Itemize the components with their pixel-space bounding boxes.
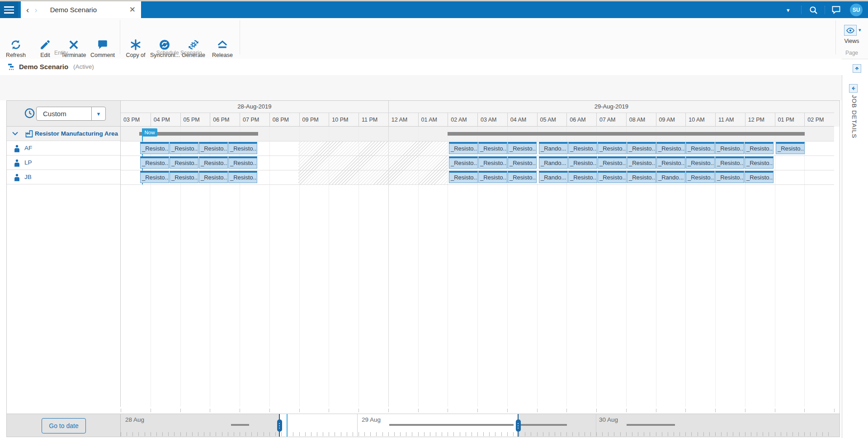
gantt-bar[interactable]: _Resisto... (140, 171, 169, 183)
scenario-tab[interactable]: ‹ › Demo Scenario ✕ (21, 1, 141, 18)
gantt-bar[interactable]: _Resisto... (199, 171, 228, 183)
gantt-bar[interactable]: _Resisto... (745, 171, 774, 183)
gantt-bar[interactable]: _Resisto... (776, 142, 805, 154)
gantt-bar-label: _Resisto... (569, 144, 597, 153)
hamburger-menu-icon[interactable] (0, 1, 18, 18)
gantt-bar[interactable]: _Resisto... (686, 142, 715, 154)
gantt-bar[interactable]: _Resisto... (170, 156, 198, 169)
overview-tick (234, 432, 234, 436)
topbar-separator (801, 6, 802, 14)
overview-tick (525, 432, 525, 436)
grid-line (685, 127, 686, 407)
gantt-bar[interactable]: _Resisto... (715, 171, 744, 183)
gantt-bar[interactable]: _Resisto... (568, 171, 597, 183)
overview-strip[interactable]: 28 Aug29 Aug30 Aug (121, 414, 840, 437)
resource-label: JB (24, 174, 32, 180)
overview-tick (668, 432, 668, 436)
overview-tick (775, 432, 775, 436)
grid-line (299, 127, 300, 407)
gantt-bar[interactable]: _Resisto... (598, 142, 627, 154)
gantt-bar[interactable]: _Resisto... (627, 156, 656, 169)
chevron-down-icon[interactable] (12, 131, 19, 136)
views-caret-icon[interactable]: ▾ (859, 27, 861, 33)
forward-chevron-icon[interactable]: › (32, 5, 40, 14)
overview-tick (828, 432, 829, 436)
overview-segment (520, 424, 567, 426)
row-separator (121, 155, 834, 156)
overview-handle[interactable] (516, 419, 521, 432)
gantt-bar[interactable]: _Resisto... (228, 142, 257, 154)
grid-line (507, 127, 508, 407)
clock-icon (24, 108, 35, 118)
gantt-bar[interactable]: _Resisto... (656, 156, 685, 169)
user-avatar[interactable]: SU (850, 4, 863, 16)
gantt-bar[interactable]: _Resisto... (686, 171, 715, 183)
overview-tick (418, 432, 419, 436)
overview-tick (388, 432, 389, 436)
gantt-bar[interactable]: _Resisto... (228, 171, 257, 183)
topbar-dropdown-caret-icon[interactable]: ▾ (787, 7, 790, 14)
overview-tick (281, 432, 282, 436)
area-row[interactable]: Resistor Manufacturing Area (6, 127, 120, 141)
gantt-bar[interactable]: _Resisto... (508, 142, 537, 154)
gantt-bar[interactable]: _Resisto... (656, 142, 685, 154)
gantt-bar[interactable]: _Resisto... (715, 156, 744, 169)
overview-tick (566, 432, 567, 436)
ruler-tick (240, 409, 240, 412)
gantt-bar[interactable]: _Resisto... (745, 142, 774, 154)
gantt-bar[interactable]: _Resisto... (568, 142, 597, 154)
gantt-bar[interactable]: _Resisto... (449, 171, 478, 183)
overview-tick (614, 432, 614, 436)
gantt-bar[interactable]: _Resisto... (228, 156, 257, 169)
overview-handle[interactable] (277, 419, 282, 432)
tab-close-icon[interactable]: ✕ (129, 6, 136, 14)
gantt-bar[interactable]: _Resisto... (598, 156, 627, 169)
gantt-bar[interactable]: _Resisto... (627, 142, 656, 154)
go-to-date-button[interactable]: Go to date (42, 418, 86, 433)
gantt-bar[interactable]: _Resisto... (478, 142, 507, 154)
collapse-up-button[interactable] (853, 64, 861, 73)
gantt-bar[interactable]: _Resisto... (199, 142, 228, 154)
resource-row[interactable]: JB (6, 170, 120, 184)
gantt-bar[interactable]: _Resisto... (478, 171, 507, 183)
gantt-bar[interactable]: _Rando... (539, 142, 568, 154)
gantt-bar[interactable]: _Resisto... (449, 142, 478, 154)
time-scale-select[interactable]: Custom ▼ (36, 107, 106, 121)
gantt-bar-label: _Resisto... (508, 173, 536, 182)
gantt-bar[interactable]: _Resisto... (568, 156, 597, 169)
gantt-bar[interactable]: _Rando... (539, 156, 568, 169)
overview-tick (501, 432, 502, 436)
overview-tick (222, 432, 222, 436)
gantt-bar[interactable]: _Rando... (539, 171, 568, 183)
gantt-bar[interactable]: _Resisto... (170, 142, 198, 154)
hour-cell: 01 AM (418, 113, 448, 127)
job-details-tab[interactable]: JOB DETAILS (851, 95, 858, 138)
back-chevron-icon[interactable]: ‹ (24, 5, 32, 14)
gantt-bar[interactable]: _Resisto... (715, 142, 744, 154)
views-button[interactable] (844, 25, 857, 36)
gantt-bar[interactable]: _Rando... (656, 171, 685, 183)
chat-icon[interactable] (832, 6, 840, 14)
grid-line (626, 127, 627, 407)
gantt-bar-label: _Resisto... (598, 173, 626, 182)
gantt-bar[interactable]: _Resisto... (170, 171, 198, 183)
gantt-bar[interactable]: _Resisto... (140, 156, 169, 169)
gantt-bar[interactable]: _Resisto... (140, 142, 169, 154)
gantt-bar[interactable]: _Resisto... (598, 171, 627, 183)
resource-row[interactable]: AF (6, 141, 120, 155)
gantt-bar-label: _Resisto... (449, 158, 477, 168)
view-toolbar: Options▼ Resource State: ALL ▼ Step: (0, 75, 842, 100)
gantt-bar[interactable]: _Resisto... (199, 156, 228, 169)
global-search-icon[interactable] (809, 6, 818, 14)
gantt-bar[interactable]: _Resisto... (478, 156, 507, 169)
overview-tick (561, 432, 561, 436)
gantt-bar[interactable]: _Resisto... (508, 156, 537, 169)
gantt-bar[interactable]: _Resisto... (745, 156, 774, 169)
gantt-bar[interactable]: _Resisto... (627, 171, 656, 183)
gantt-bar[interactable]: _Resisto... (686, 156, 715, 169)
gantt-bar-label: _Resisto... (479, 158, 507, 168)
collapse-panel-button[interactable] (849, 84, 858, 93)
gantt-bar[interactable]: _Resisto... (508, 171, 537, 183)
gantt-bar[interactable]: _Resisto... (449, 156, 478, 169)
resource-row[interactable]: LP (6, 155, 120, 170)
